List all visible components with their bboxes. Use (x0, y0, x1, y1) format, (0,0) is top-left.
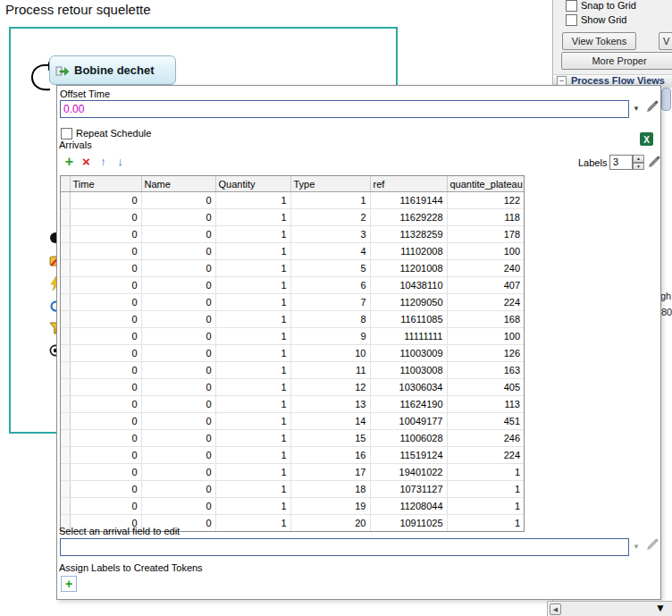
row-selector[interactable] (61, 464, 70, 481)
table-row[interactable]: 0011511006028246 (61, 430, 524, 447)
table-cell[interactable]: 0 (141, 362, 215, 379)
table-cell[interactable]: 0 (70, 413, 141, 430)
table-cell[interactable]: 11519124 (370, 447, 447, 464)
table-cell[interactable]: 20 (290, 515, 370, 532)
table-cell[interactable]: 1 (215, 328, 290, 345)
table-cell[interactable]: 0 (141, 328, 215, 345)
table-cell[interactable]: 100 (447, 328, 524, 345)
table-cell[interactable]: 10911025 (370, 515, 447, 532)
more-properties-button[interactable]: More Proper (561, 52, 672, 70)
view-tokens-button[interactable]: View Tokens (562, 32, 636, 50)
table-cell[interactable]: 11003008 (370, 362, 447, 379)
table-cell[interactable]: 0 (70, 311, 141, 328)
table-row[interactable]: 0011210306034405 (61, 379, 524, 396)
table-cell[interactable]: 1 (447, 481, 524, 498)
table-row[interactable]: 00118107311271 (61, 481, 524, 498)
table-cell[interactable]: 1 (215, 481, 290, 498)
table-cell[interactable]: 100 (447, 243, 524, 260)
table-cell[interactable]: 113 (447, 396, 524, 413)
table-cell[interactable]: 12 (290, 379, 370, 396)
table-cell[interactable]: 0 (70, 362, 141, 379)
table-cell[interactable]: 1 (215, 515, 290, 532)
arrival-field-input[interactable] (60, 538, 629, 556)
row-selector[interactable] (61, 260, 70, 277)
table-cell[interactable]: 2 (290, 209, 370, 226)
add-row-icon[interactable]: + (62, 154, 77, 169)
delete-row-icon[interactable]: × (79, 154, 94, 169)
column-header[interactable]: Type (290, 176, 370, 192)
table-cell[interactable]: 451 (447, 413, 524, 430)
row-selector[interactable] (61, 294, 70, 311)
table-cell[interactable]: 1 (215, 413, 290, 430)
table-cell[interactable]: 0 (141, 481, 215, 498)
table-cell[interactable]: 224 (447, 294, 524, 311)
table-row[interactable]: 00119112080441 (61, 498, 524, 515)
table-cell[interactable]: 11611085 (370, 311, 447, 328)
table-cell[interactable]: 0 (141, 294, 215, 311)
repeat-schedule-checkbox[interactable] (61, 128, 72, 139)
table-cell[interactable]: 1 (215, 362, 290, 379)
table-cell[interactable]: 1 (215, 294, 290, 311)
table-cell[interactable]: 11 (290, 362, 370, 379)
table-cell[interactable]: 0 (141, 447, 215, 464)
table-cell[interactable]: 1 (215, 209, 290, 226)
table-cell[interactable]: 0 (141, 192, 215, 209)
column-header[interactable]: Name (141, 176, 215, 192)
table-cell[interactable]: 1 (447, 464, 524, 481)
table-cell[interactable]: 0 (141, 498, 215, 515)
table-cell[interactable]: 9 (290, 328, 370, 345)
row-selector[interactable] (61, 311, 70, 328)
table-cell[interactable]: 0 (70, 396, 141, 413)
table-cell[interactable]: 1 (215, 277, 290, 294)
table-cell[interactable]: 18 (290, 481, 370, 498)
row-selector[interactable] (61, 209, 70, 226)
table-row[interactable]: 001811611085168 (61, 311, 524, 328)
table-cell[interactable]: 224 (447, 447, 524, 464)
bottom-scrollbar[interactable] (547, 601, 672, 616)
table-cell[interactable]: 246 (447, 430, 524, 447)
table-cell[interactable]: 0 (141, 209, 215, 226)
scroll-left-icon[interactable]: ◀ (550, 603, 561, 615)
table-cell[interactable]: 178 (447, 226, 524, 243)
table-cell[interactable]: 0 (70, 447, 141, 464)
row-selector[interactable] (61, 379, 70, 396)
table-cell[interactable]: 10 (290, 345, 370, 362)
row-selector[interactable] (61, 447, 70, 464)
table-cell[interactable]: 0 (70, 328, 141, 345)
table-cell[interactable]: 14 (290, 413, 370, 430)
table-cell[interactable]: 0 (141, 243, 215, 260)
table-cell[interactable]: 11624190 (370, 396, 447, 413)
table-cell[interactable]: 118 (447, 209, 524, 226)
table-cell[interactable]: 11006028 (370, 430, 447, 447)
row-selector[interactable] (61, 430, 70, 447)
table-cell[interactable]: 11003009 (370, 345, 447, 362)
table-cell[interactable]: 1 (215, 345, 290, 362)
table-row[interactable]: 001610438110407 (61, 277, 524, 294)
table-cell[interactable]: 0 (70, 430, 141, 447)
table-cell[interactable]: 0 (141, 345, 215, 362)
move-up-icon[interactable]: ↑ (96, 154, 111, 169)
table-cell[interactable]: 1 (290, 192, 370, 209)
table-cell[interactable]: 1 (215, 226, 290, 243)
table-cell[interactable]: 1 (215, 379, 290, 396)
spinner-down-icon[interactable]: ▼ (633, 163, 644, 171)
table-cell[interactable]: 8 (290, 311, 370, 328)
table-cell[interactable]: 1 (215, 192, 290, 209)
table-cell[interactable]: 0 (70, 260, 141, 277)
column-header[interactable]: quantite_plateau (447, 176, 524, 192)
table-cell[interactable]: 122 (447, 192, 524, 209)
offset-time-input[interactable] (60, 100, 629, 118)
panel-scrollbar-thumb[interactable] (661, 88, 671, 111)
table-cell[interactable]: 0 (70, 294, 141, 311)
table-cell[interactable]: 0 (70, 498, 141, 515)
table-cell[interactable]: 0 (70, 209, 141, 226)
table-row[interactable]: 00117194010221 (61, 464, 524, 481)
offset-time-dropdown-icon[interactable]: ▼ (633, 105, 640, 113)
table-cell[interactable]: 163 (447, 362, 524, 379)
table-cell[interactable]: 11629228 (370, 209, 447, 226)
table-cell[interactable]: 11328259 (370, 226, 447, 243)
table-cell[interactable]: 13 (290, 396, 370, 413)
table-cell[interactable]: 0 (70, 481, 141, 498)
spinner-up-icon[interactable]: ▲ (633, 155, 644, 163)
table-cell[interactable]: 19401022 (370, 464, 447, 481)
